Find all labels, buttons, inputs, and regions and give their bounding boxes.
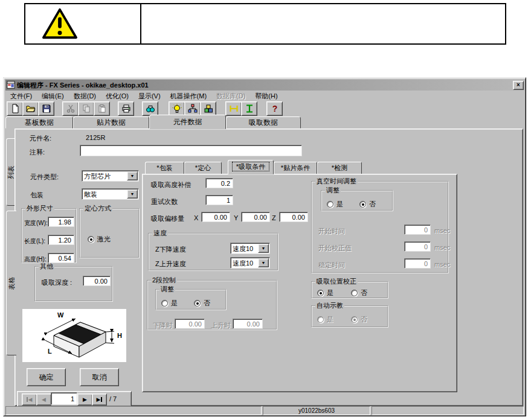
statusbar-middle: y01022bs603 (263, 406, 370, 415)
adjust-title: 调整 (159, 285, 175, 294)
stable-time-unit: msec (434, 261, 450, 268)
two-stage-title: 2段控制 (151, 276, 177, 285)
record-number-input[interactable] (51, 392, 77, 405)
package-combobox[interactable]: 散装 ▼ (82, 188, 139, 200)
two-stage-adjust-group: 调整 是 否 (155, 285, 227, 310)
find-button[interactable] (142, 101, 158, 116)
subtab-package[interactable]: *包装 (145, 162, 184, 174)
first-record-button: ◀ (22, 393, 37, 406)
comment-input[interactable] (80, 145, 302, 156)
width-marker-button[interactable] (225, 101, 242, 116)
two-stage-control-group: 2段控制 调整 是 否 下降时 上升时 (147, 276, 277, 330)
last-record-button[interactable]: ▶ (92, 393, 107, 406)
chevron-down-icon[interactable]: ▼ (127, 189, 138, 199)
retry-count-label: 重试次数 (151, 197, 178, 206)
new-file-button[interactable] (7, 101, 23, 116)
offset-z-label: Z (272, 214, 276, 221)
ok-button[interactable]: 确定 (27, 368, 66, 386)
vacuum-adjust-no-radio[interactable]: 否 (359, 200, 376, 209)
offset-y-input[interactable] (241, 212, 270, 222)
laser-radio[interactable]: 激光 (88, 235, 111, 244)
chevron-down-icon[interactable]: ▼ (127, 171, 138, 180)
cut-button (62, 101, 79, 116)
menu-bar: 文件(F) 编辑(E) 数据(D) 优化(O) 显示(V) 机器操作(M) 数据… (5, 91, 523, 101)
side-tab-table[interactable]: 表格 (6, 211, 16, 355)
width-input[interactable] (48, 217, 74, 227)
start-time-label: 开始时间 (318, 227, 345, 236)
speed-group: 速度 Z下降速度 速度10 ▼ Z上升速度 速度10 ▼ (148, 229, 278, 271)
paste-button (94, 101, 110, 116)
stable-time-label: 稳定时间 (318, 261, 345, 270)
position-correction-yes-radio[interactable]: 是 (317, 288, 333, 298)
radio-icon (317, 316, 324, 323)
radio-icon (359, 201, 366, 208)
auto-teach-yes-radio: 是 (317, 315, 333, 324)
subtab-inspection[interactable]: *检测 (317, 162, 362, 174)
pickup-depth-input[interactable] (83, 276, 111, 286)
save-button[interactable] (38, 101, 54, 116)
other-group: 其他 吸取深度 : (34, 262, 113, 302)
part-type-combobox[interactable]: 方型芯片 ▼ (82, 170, 139, 182)
subtab-placement-condition[interactable]: *贴片条件 (274, 162, 317, 174)
window-title: 编辑程序 - FX Series - okikae_desktop.x01 (17, 81, 511, 90)
component-diagram: W H L (22, 309, 126, 362)
radio-icon (317, 290, 324, 296)
vacuum-adjust-group: 调整 是 否 (321, 186, 393, 211)
open-file-button[interactable] (22, 101, 39, 116)
blocks-button[interactable] (200, 101, 216, 116)
statusbar-right (372, 406, 524, 415)
record-total-label: / 7 (109, 395, 117, 402)
side-tab-list[interactable]: 列表 (6, 138, 15, 206)
retry-count-input[interactable] (205, 195, 233, 205)
two-stage-adjust-yes-radio[interactable]: 是 (161, 299, 178, 308)
subtab-centering[interactable]: *定心 (184, 162, 222, 174)
radio-icon (194, 300, 201, 307)
part-type-label: 元件类型: (30, 173, 59, 182)
close-button[interactable]: × (513, 81, 524, 90)
two-stage-adjust-no-radio[interactable]: 否 (194, 299, 210, 308)
centering-title: 定心方式 (83, 204, 112, 213)
binoculars-icon (146, 104, 155, 113)
app-icon (7, 81, 15, 89)
radio-icon (161, 300, 168, 307)
flowchart-button[interactable] (184, 101, 201, 116)
height-comp-input[interactable] (205, 178, 233, 188)
tab-placement-data[interactable]: 贴片数据 (73, 116, 149, 129)
start-correction-label: 开始校正值 (318, 244, 352, 253)
next-record-button[interactable]: ▶ (77, 393, 92, 406)
offset-z-input[interactable] (279, 212, 308, 222)
down-time-input (175, 319, 205, 329)
up-time-label: 上升时 (211, 321, 231, 330)
z-up-speed-combobox[interactable]: 速度10 ▼ (230, 257, 270, 269)
height-marker-button[interactable] (241, 101, 257, 116)
chevron-down-icon[interactable]: ▼ (258, 244, 269, 253)
tab-pickup-data[interactable]: 吸取数据 (226, 116, 301, 129)
start-time-unit: msec (434, 227, 450, 234)
tab-board-data[interactable]: 基板数据 (5, 116, 73, 129)
chevron-down-icon[interactable]: ▼ (258, 258, 269, 267)
z-down-speed-combobox[interactable]: 速度10 ▼ (230, 243, 270, 254)
position-correction-no-radio[interactable]: 否 (351, 288, 367, 298)
offset-x-input[interactable] (201, 212, 230, 222)
auto-teach-no-radio: 否 (351, 315, 367, 324)
help-button[interactable]: ? (266, 101, 283, 116)
length-input[interactable] (48, 235, 74, 245)
app-window: 编辑程序 - FX Series - okikae_desktop.x01 × … (3, 77, 526, 416)
part-name-value: 2125R (86, 134, 105, 141)
subtab-pickup-condition[interactable]: *吸取条件 (228, 160, 274, 174)
width-label: 宽度(W): (24, 219, 48, 228)
start-correction-unit: msec (434, 244, 450, 251)
up-time-input (233, 319, 263, 329)
tab-component-data[interactable]: 元件数据 (149, 115, 226, 129)
hint-button[interactable] (169, 101, 185, 116)
centering-group: 定心方式 激光 (79, 204, 140, 258)
dimensions-group: 外形尺寸 宽度(W): 长度(L): 高度(H): (21, 204, 77, 263)
vacuum-adjust-yes-radio[interactable]: 是 (327, 200, 343, 209)
height-comp-label: 吸取高度补偿 (151, 180, 191, 189)
cancel-button[interactable]: 取消 (80, 368, 119, 386)
length-label: 长度(L): (24, 237, 45, 246)
print-button[interactable] (118, 101, 134, 116)
statusbar-left (5, 406, 262, 415)
z-up-speed-label: Z上升速度 (155, 259, 186, 269)
pickup-depth-label: 吸取深度 : (42, 278, 72, 287)
